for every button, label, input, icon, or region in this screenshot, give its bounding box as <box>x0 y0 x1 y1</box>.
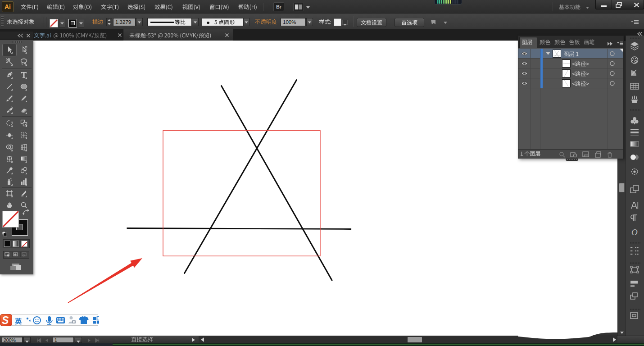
svg-text:S: S <box>2 314 9 326</box>
svg-text:O: O <box>631 228 638 237</box>
